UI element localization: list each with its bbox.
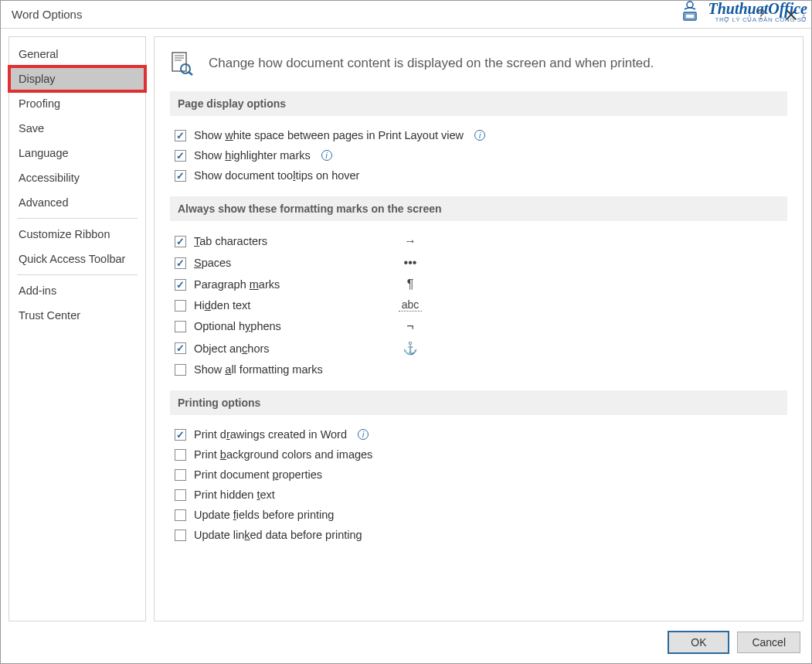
svg-line-5 <box>189 72 192 75</box>
checkbox-row: Hidden textabc <box>175 295 422 315</box>
sidebar-item-advanced[interactable]: Advanced <box>9 190 145 215</box>
checkbox[interactable] <box>175 449 186 461</box>
checkbox[interactable] <box>175 236 186 247</box>
checkbox-row: Print hidden text <box>175 485 783 505</box>
option-group: Show white space between pages in Print … <box>170 125 787 196</box>
checkbox-label: Print drawings created in Word <box>194 428 347 441</box>
titlebar: Word Options ? <box>1 1 811 29</box>
checkbox-row: Update fields before printing <box>175 505 783 525</box>
option-group: Tab characters→Spaces•••Paragraph marks¶… <box>170 230 787 390</box>
format-symbol: ¬ <box>399 319 422 333</box>
checkbox-label: Show highlighter marks <box>194 149 311 162</box>
checkbox[interactable] <box>175 300 186 312</box>
cancel-button[interactable]: Cancel <box>737 632 800 653</box>
checkbox-label: Show white space between pages in Print … <box>194 129 464 141</box>
checkbox-label: Print document properties <box>194 468 322 481</box>
checkbox[interactable] <box>175 429 186 441</box>
info-icon[interactable]: i <box>358 429 369 440</box>
sidebar-item-general[interactable]: General <box>9 42 145 66</box>
info-icon[interactable]: i <box>321 150 332 161</box>
section-title: Printing options <box>170 390 787 415</box>
checkbox-row: Print drawings created in Wordi <box>175 424 783 444</box>
checkbox[interactable] <box>175 150 186 162</box>
section-title: Always show these formatting marks on th… <box>170 196 787 221</box>
checkbox-row: Spaces••• <box>175 252 422 274</box>
display-page-icon <box>170 51 195 76</box>
checkbox[interactable] <box>175 257 186 269</box>
checkbox-row: Update linked data before printing <box>175 525 783 545</box>
checkbox-label: Hidden text <box>194 299 250 312</box>
checkbox[interactable] <box>175 170 186 182</box>
sidebar-item-accessibility[interactable]: Accessibility <box>9 165 145 190</box>
sidebar-separator <box>17 218 138 219</box>
sidebar-item-save[interactable]: Save <box>9 116 145 141</box>
help-button[interactable]: ? <box>757 7 765 23</box>
checkbox-row: Print document properties <box>175 465 783 485</box>
sidebar-item-display[interactable]: Display <box>9 66 145 91</box>
checkbox-label: Print background colors and images <box>194 448 372 461</box>
sidebar-item-proofing[interactable]: Proofing <box>9 91 145 116</box>
checkbox-label: Tab characters <box>194 235 267 247</box>
format-symbol: → <box>399 234 422 248</box>
checkbox-label: Show document tooltips on hover <box>194 169 359 182</box>
checkbox-row: Paragraph marks¶ <box>175 274 422 295</box>
content-header-text: Change how document content is displayed… <box>209 56 654 71</box>
format-symbol: ¶ <box>399 278 422 291</box>
checkbox[interactable] <box>175 279 186 291</box>
option-group: Print drawings created in WordiPrint bac… <box>170 424 787 556</box>
checkbox[interactable] <box>175 342 186 354</box>
checkbox-row: Show all formatting marks <box>175 359 422 380</box>
checkbox-label: Object anchors <box>194 342 270 355</box>
checkbox[interactable] <box>175 364 186 376</box>
dialog-footer: OK Cancel <box>1 621 811 663</box>
content-header: Change how document content is displayed… <box>170 51 787 76</box>
sidebar-item-quick-access-toolbar[interactable]: Quick Access Toolbar <box>9 247 145 271</box>
checkbox-label: Show all formatting marks <box>194 363 323 376</box>
word-options-dialog: Word Options ? GeneralDisplayProofingSav… <box>0 0 812 664</box>
format-symbol: abc <box>399 299 422 312</box>
sidebar-item-customize-ribbon[interactable]: Customize Ribbon <box>9 222 145 247</box>
checkbox-label: Optional hyphens <box>194 320 281 332</box>
sidebar-item-add-ins[interactable]: Add-ins <box>9 278 145 303</box>
info-icon[interactable]: i <box>474 130 485 141</box>
checkbox[interactable] <box>175 130 186 141</box>
close-button[interactable] <box>785 9 797 21</box>
sidebar-separator <box>17 274 138 275</box>
ok-button[interactable]: OK <box>668 631 729 654</box>
content-pane: Change how document content is displayed… <box>154 36 804 621</box>
checkbox[interactable] <box>175 509 186 521</box>
format-symbol: ⚓ <box>399 341 422 356</box>
checkbox-label: Spaces <box>194 257 231 269</box>
checkbox-label: Print hidden text <box>194 489 275 501</box>
section-title: Page display options <box>170 91 787 116</box>
dialog-body: GeneralDisplayProofingSaveLanguageAccess… <box>1 29 811 621</box>
checkbox-row: Show white space between pages in Print … <box>175 125 783 145</box>
checkbox[interactable] <box>175 489 186 501</box>
window-title: Word Options <box>12 8 82 21</box>
checkbox-label: Update linked data before printing <box>194 529 362 541</box>
checkbox[interactable] <box>175 529 186 541</box>
sidebar-item-trust-center[interactable]: Trust Center <box>9 303 145 328</box>
category-sidebar: GeneralDisplayProofingSaveLanguageAccess… <box>8 36 146 621</box>
checkbox-label: Paragraph marks <box>194 278 280 291</box>
checkbox-row: Print background colors and images <box>175 444 783 465</box>
checkbox-label: Update fields before printing <box>194 509 334 521</box>
sidebar-item-language[interactable]: Language <box>9 141 145 165</box>
checkbox[interactable] <box>175 321 186 332</box>
checkbox-row: Show document tooltips on hover <box>175 165 783 186</box>
checkbox-row: Optional hyphens¬ <box>175 315 422 337</box>
checkbox-row: Object anchors⚓ <box>175 337 422 359</box>
checkbox-row: Tab characters→ <box>175 230 422 252</box>
checkbox-row: Show highlighter marksi <box>175 145 783 165</box>
checkbox[interactable] <box>175 469 186 481</box>
format-symbol: ••• <box>399 256 422 270</box>
